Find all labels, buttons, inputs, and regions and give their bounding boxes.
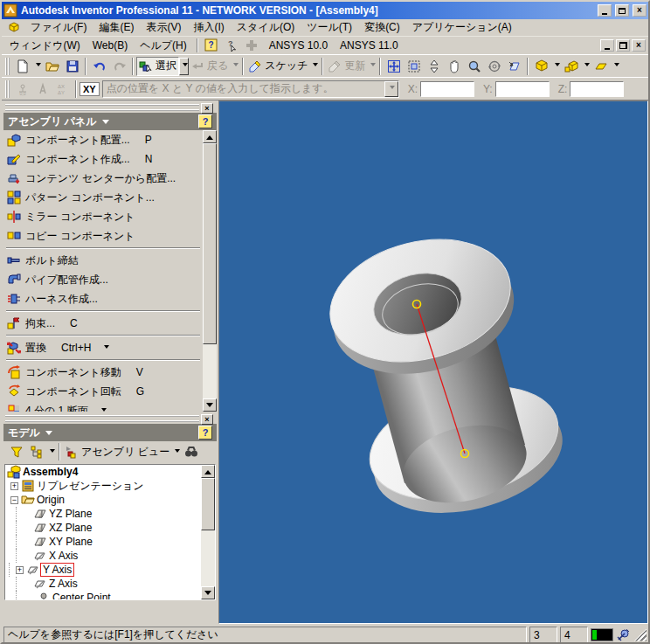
menu-help[interactable]: ヘルプ(H) [134,37,193,55]
panel-item-replace[interactable]: 置換 Ctrl+H [3,338,203,357]
tree-row-xz-plane[interactable]: XZ Plane [5,521,215,535]
select-dropdown-button[interactable] [179,58,189,75]
precise-relative-button[interactable] [32,80,52,99]
menu-window[interactable]: ウィンドウ(W) [3,37,86,55]
look-at-button[interactable] [504,57,524,76]
whats-this-icon[interactable]: ? [224,38,238,52]
scroll-up-button[interactable] [203,130,217,143]
filter-button[interactable] [6,442,26,461]
panel-item-quarter-section[interactable]: 4 分の 1 断面 [3,401,203,412]
tree-row-representations[interactable]: + リプレゼンテーション [5,479,215,493]
document-menu-icon[interactable] [7,21,21,35]
assembly-view-button[interactable]: アセンブリ ビュー [63,442,171,461]
zoom-window-button[interactable] [404,57,424,76]
menu-view[interactable]: 表示(V) [140,18,187,37]
model-panel-header[interactable]: モデル ? [3,424,217,441]
tree-label[interactable]: Origin [35,494,66,506]
shaded-display-dropdown-button[interactable] [551,58,561,75]
assembly-panel-header[interactable]: アセンブリ パネル ? [3,113,217,130]
mdi-restore-button[interactable] [616,39,630,52]
menu-ansys-10[interactable]: ANSYS 10.0 [263,38,334,53]
minimize-button[interactable] [598,4,612,17]
collapse-minus-icon[interactable]: − [10,496,18,504]
tree-row-origin[interactable]: − Origin [5,493,215,507]
panel-item-mirror-component[interactable]: ミラー コンポーネント [3,207,203,226]
tree-row-center-point[interactable]: Center Point [5,591,215,600]
item-dropdown-arrow-icon[interactable] [104,345,109,351]
assembly-panel-help-button[interactable]: ? [198,114,212,128]
menu-tools[interactable]: ツール(T) [301,18,358,37]
shadow-display-button[interactable] [591,57,611,76]
panel-item-copy-component[interactable]: コピー コンポーネント [3,226,203,246]
z-coord-input[interactable] [570,81,624,97]
undo-button[interactable] [89,57,109,76]
sketch-button[interactable]: スケッチ [246,57,309,76]
item-dropdown-arrow-icon[interactable] [101,408,107,412]
maximize-button[interactable] [615,4,629,17]
close-button[interactable]: × [633,4,647,17]
expand-plus-icon[interactable]: + [10,482,18,490]
camera-view-button[interactable] [561,57,581,76]
save-button[interactable] [62,57,82,76]
graphics-viewport[interactable] [218,100,648,624]
assembly-panel-grip[interactable]: × [5,103,215,113]
tree-label[interactable]: Center Point [51,592,113,600]
tree-row-z-axis[interactable]: Z Axis [5,577,215,591]
update-dropdown-button[interactable] [367,58,377,75]
menu-web[interactable]: Web(B) [86,38,134,53]
mdi-minimize-button[interactable] [600,39,614,52]
shaded-display-button[interactable] [531,57,551,76]
menu-edit[interactable]: 編集(E) [93,18,140,37]
zoom-selected-button[interactable] [464,57,484,76]
scrollbar-thumb[interactable] [203,143,217,344]
menu-insert[interactable]: 挿入(I) [187,18,230,37]
panel-item-create-component[interactable]: コンポーネント作成... N [3,149,203,169]
update-button[interactable]: 更新 [326,57,367,76]
x-coord-input[interactable] [420,81,474,97]
model-tree-scrollbar[interactable] [201,465,215,599]
y-coord-input[interactable] [495,81,550,97]
pan-button[interactable] [444,57,464,76]
precise-delta-button[interactable]: ΔXΔY [52,80,73,99]
browser-hierarchy-button[interactable] [26,442,46,461]
resize-grip[interactable] [634,629,647,641]
menu-applications[interactable]: アプリケーション(A) [406,18,518,37]
panel-item-bolted-connection[interactable]: ボルト締結 [3,251,203,270]
menu-ansys-11[interactable]: ANSYS 11.0 [334,38,404,53]
panel-item-move-component[interactable]: コンポーネント移動 V [3,363,203,382]
expand-plus-icon[interactable]: + [16,566,24,574]
tree-label[interactable]: Z Axis [47,578,80,590]
camera-view-dropdown-button[interactable] [581,58,591,75]
select-button[interactable]: 選択 [136,57,179,76]
panel-item-place-from-content-center[interactable]: コンテンツ センターから配置... [3,169,203,188]
orbit-button[interactable] [484,57,504,76]
mdi-close-button[interactable]: × [632,39,646,52]
tree-label[interactable]: XZ Plane [47,522,93,534]
open-button[interactable] [42,57,62,76]
tree-row-yz-plane[interactable]: YZ Plane [5,507,215,521]
return-button[interactable]: 戻る [189,57,230,76]
menu-style[interactable]: スタイル(O) [231,18,301,37]
tree-label[interactable]: X Axis [47,550,80,562]
coord-hint-combobox[interactable]: 点の位置を X と Y の値を入力して指示します。 [102,80,399,98]
title-bar[interactable]: Autodesk Inventor Professional 11 - NETW… [2,2,648,19]
tree-label[interactable]: リプレゼンテーション [35,479,146,494]
shadow-display-dropdown-button[interactable] [611,58,620,75]
scroll-down-button[interactable] [203,398,217,412]
hierarchy-dropdown-button[interactable] [46,443,56,460]
combo-dropdown-button[interactable] [384,81,398,97]
tree-row-xy-plane[interactable]: XY Plane [5,535,215,549]
panel-item-constraint[interactable]: 拘束... C [3,314,203,333]
tree-label[interactable]: Assembly4 [21,466,80,478]
zoom-button[interactable] [424,57,444,76]
redo-button[interactable] [109,57,129,76]
panel-item-place-component[interactable]: コンポーネント配置... P [3,130,203,149]
assembly-panel-scrollbar[interactable] [203,130,217,412]
model-panel-close-button[interactable]: × [201,414,213,425]
help-icon[interactable]: ? [204,38,218,52]
new-button[interactable] [12,57,32,76]
tree-row-x-axis[interactable]: X Axis [5,549,215,563]
menu-file[interactable]: ファイル(F) [24,18,93,37]
find-button[interactable] [181,442,201,461]
panel-item-pattern-component[interactable]: パターン コンポーネント... [3,188,203,207]
